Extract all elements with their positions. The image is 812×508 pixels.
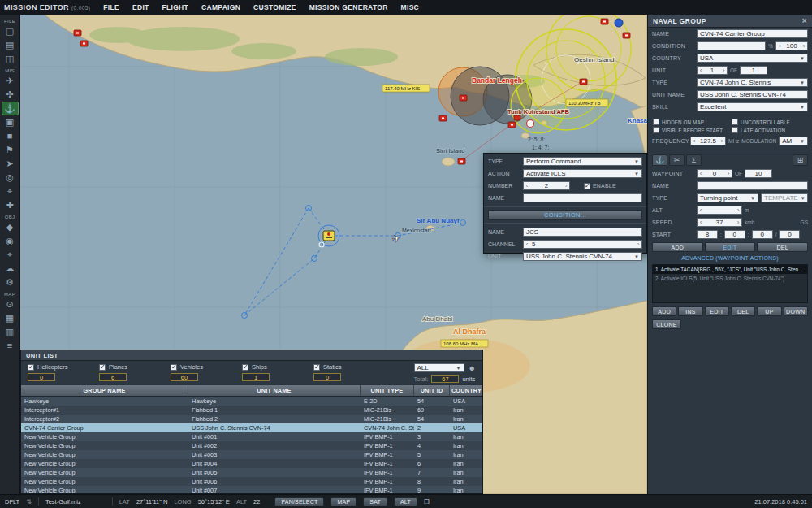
payload-tab[interactable]: ⊞ — [793, 154, 808, 166]
wp-type-select[interactable]: Turning point▼ — [697, 193, 758, 202]
condition-bar[interactable] — [697, 41, 766, 50]
table-row[interactable]: New Vehicle Group Unit #006 IFV BMP-1 8 … — [21, 477, 482, 486]
ruler-tool-icon[interactable]: ⌖ — [2, 185, 19, 198]
bullseye-icon[interactable]: ◉ — [2, 234, 19, 248]
table-row[interactable]: New Vehicle Group Unit #003 IFV BMP-1 5 … — [21, 450, 482, 459]
checkbox-icon[interactable] — [313, 364, 320, 371]
marker-icon[interactable]: ⌖ — [2, 248, 19, 262]
action-name-input[interactable] — [523, 193, 642, 202]
option-checkbox[interactable]: VISIBLE BEFORE START — [653, 127, 728, 133]
command-action-select[interactable]: Activate ICLS▼ — [523, 169, 642, 178]
table-row[interactable]: New Vehicle Group Unit #001 IFV BMP-1 3 … — [21, 432, 482, 441]
filter-checkbox[interactable]: Vehicles — [171, 363, 239, 371]
menu-item[interactable]: EDIT — [126, 3, 156, 11]
menu-item[interactable]: MISC — [395, 3, 425, 11]
close-icon[interactable]: × — [802, 16, 807, 25]
checkbox-icon[interactable] — [732, 127, 738, 133]
start-seconds-spinner[interactable]: 0 — [752, 230, 773, 239]
new-mission-icon[interactable]: ▢ — [2, 24, 19, 38]
trigger-zone-icon[interactable]: ◆ — [2, 220, 19, 234]
action-button[interactable]: DOWN — [784, 306, 808, 316]
modulation-select[interactable]: AM▼ — [779, 137, 808, 145]
number-spinner[interactable]: ‹2› — [523, 181, 570, 190]
table-row[interactable]: Hawkeye Hawkeye E-2D 54 USA — [21, 397, 482, 406]
option-checkbox[interactable]: HIDDEN ON MAP — [653, 119, 728, 125]
speed-spinner[interactable]: ‹37› — [697, 218, 742, 227]
icls-name-input[interactable]: JCS — [523, 228, 642, 237]
unit-name-input[interactable]: USS John C. Stennis CVN-74 — [697, 90, 808, 99]
table-row[interactable]: New Vehicle Group Unit #005 IFV BMP-1 7 … — [21, 468, 482, 477]
condition-button[interactable]: CONDITION... — [488, 210, 642, 220]
unit-select[interactable]: USS John C. Stennis CVN-74▼ — [523, 252, 642, 261]
grid-icon[interactable]: ▦ — [2, 311, 19, 325]
checkbox-icon[interactable] — [732, 119, 738, 125]
option-checkbox[interactable]: UNCONTROLLABLE — [732, 119, 807, 125]
action-button[interactable]: ADD — [652, 306, 676, 316]
table-row[interactable]: New Vehicle Group Unit #004 IFV BMP-1 6 … — [21, 459, 482, 468]
map-layer-button[interactable]: MAP — [330, 497, 356, 506]
enable-checkbox[interactable] — [584, 183, 590, 189]
menu-item[interactable]: MISSION GENERATOR — [303, 3, 395, 11]
label-tool-icon[interactable]: ✚ — [2, 198, 19, 212]
menu-item[interactable]: FILE — [97, 3, 126, 11]
airfield-icon[interactable] — [527, 120, 534, 128]
window-icon[interactable]: ❐ — [424, 498, 430, 506]
col-unit-id[interactable]: UNIT ID — [414, 385, 450, 396]
player-filter-icon[interactable]: ☻ — [469, 364, 476, 372]
frequency-spinner[interactable]: ‹127.5› — [690, 137, 726, 145]
waypoint-edit-button[interactable]: EDIT — [705, 242, 756, 252]
channel-spinner[interactable]: ‹5› — [523, 240, 642, 249]
zoom-icon[interactable]: ⊙ — [2, 297, 19, 311]
unit-total-input[interactable]: 1 — [740, 66, 767, 75]
route-tool-icon[interactable]: ➤ — [2, 157, 19, 171]
col-group-name[interactable]: GROUP NAME — [21, 385, 188, 396]
col-country[interactable]: COUNTRY — [450, 385, 483, 396]
summary-tab[interactable]: Σ — [686, 154, 702, 166]
menu-item[interactable]: CUSTOMIZE — [247, 3, 303, 11]
open-mission-icon[interactable]: ▤ — [2, 38, 19, 52]
command-type-select[interactable]: Perform Command▼ — [523, 157, 642, 166]
preset-arrows-icon[interactable]: ⇅ — [26, 498, 32, 506]
waypoint-add-button[interactable]: ADD — [652, 242, 703, 252]
pan-select-button[interactable]: PAN/SELECT — [274, 497, 324, 506]
table-row[interactable]: CVN-74 Carrier Group USS John C. Stennis… — [21, 423, 482, 432]
table-row[interactable]: New Vehicle Group Unit #002 IFV BMP-1 4 … — [21, 441, 482, 450]
ship-tool-icon[interactable]: ⚓ — [2, 102, 19, 115]
condition-spinner[interactable]: ‹100› — [775, 41, 808, 50]
template-select[interactable]: TEMPLATE▼ — [761, 193, 808, 202]
action-button[interactable]: UP — [757, 306, 781, 316]
waypoint-index-spinner[interactable]: ‹0› — [697, 169, 732, 178]
filter-checkbox[interactable]: Statics — [313, 363, 382, 371]
start-day-spinner[interactable]: 0 — [779, 230, 800, 239]
alt-spinner[interactable]: ‹› — [697, 206, 742, 215]
action-list-item[interactable]: 1. Activate TACAN(BRG , 55X, "JCS", Unit… — [653, 265, 807, 274]
checkbox-icon[interactable] — [99, 364, 106, 371]
checkbox-icon[interactable] — [28, 364, 34, 371]
coalition-filter-select[interactable]: ALL▼ — [414, 363, 464, 372]
carrier-group-icon[interactable] — [323, 231, 335, 241]
menu-item[interactable]: CAMPAIGN — [195, 3, 247, 11]
static-tool-icon[interactable]: ■ — [2, 129, 19, 143]
action-button[interactable]: DEL — [731, 306, 755, 316]
wp-name-input[interactable] — [697, 181, 808, 190]
col-unit-type[interactable]: UNIT TYPE — [361, 385, 414, 396]
checkbox-icon[interactable] — [653, 119, 659, 125]
start-minutes-spinner[interactable]: 0 — [724, 230, 745, 239]
table-row[interactable]: Interceptor#2 Fishbed 2 MiG-21Bis 54 Ira… — [21, 415, 482, 423]
country-select[interactable]: USA▼ — [697, 54, 808, 63]
layers-icon[interactable]: ▥ — [2, 325, 19, 339]
filter-checkbox[interactable]: Planes — [99, 363, 167, 371]
waypoint-del-button[interactable]: DEL — [757, 242, 808, 252]
aircraft-tool-icon[interactable]: ✈ — [2, 74, 19, 88]
weather-icon[interactable]: ☁ — [2, 262, 19, 276]
checkbox-icon[interactable] — [171, 364, 177, 371]
ship-type-select[interactable]: CVN-74 John C. Stennis▼ — [697, 78, 808, 87]
measure-icon[interactable]: ≡ — [2, 339, 19, 353]
unit-index-spinner[interactable]: ‹1› — [697, 66, 728, 75]
vehicle-tool-icon[interactable]: ▣ — [2, 115, 19, 129]
menu-item[interactable]: FLIGHT — [156, 3, 196, 11]
alt-layer-button[interactable]: ALT — [394, 497, 417, 506]
options-icon[interactable]: ⚙ — [2, 276, 19, 289]
table-row[interactable]: New Vehicle Group Unit #007 IFV BMP-1 9 … — [21, 486, 482, 493]
advanced-actions-link[interactable]: ADVANCED (WAYPOINT ACTIONS) — [648, 254, 812, 263]
